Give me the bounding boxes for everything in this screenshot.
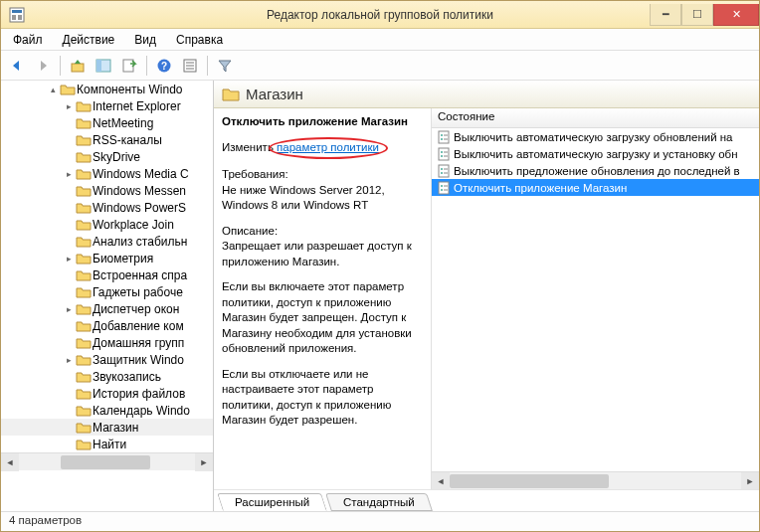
svg-rect-1 bbox=[12, 10, 22, 13]
tree-item[interactable]: ▸Windows Media C bbox=[1, 165, 213, 182]
folder-icon bbox=[75, 252, 93, 265]
tree-item-label: SkyDrive bbox=[93, 150, 140, 164]
svg-point-20 bbox=[441, 151, 443, 153]
tree-item[interactable]: RSS-каналы bbox=[1, 131, 213, 148]
list-rows[interactable]: Выключить автоматическую загрузку обновл… bbox=[432, 128, 759, 471]
back-button[interactable] bbox=[5, 54, 29, 78]
menu-file[interactable]: Файл bbox=[5, 31, 51, 49]
scroll-right-icon[interactable]: ► bbox=[741, 472, 759, 489]
tree-item-label: Internet Explorer bbox=[93, 99, 181, 113]
toolbar: ? bbox=[1, 51, 759, 81]
tree-item[interactable]: ▸Защитник Windo bbox=[1, 351, 213, 368]
scroll-thumb[interactable] bbox=[61, 455, 150, 469]
tree-item-label: RSS-каналы bbox=[93, 133, 162, 147]
svg-point-31 bbox=[441, 189, 443, 191]
expand-icon[interactable]: ▸ bbox=[63, 355, 75, 365]
forward-button[interactable] bbox=[31, 54, 55, 78]
svg-rect-24 bbox=[439, 165, 449, 177]
svg-rect-7 bbox=[123, 60, 133, 72]
tree-pane[interactable]: ▴ Компоненты Windo ▸Internet ExplorerNet… bbox=[1, 81, 214, 511]
tree-item-label: Windows PowerS bbox=[93, 201, 186, 215]
folder-icon bbox=[75, 302, 93, 315]
tree-item[interactable]: SkyDrive bbox=[1, 148, 213, 165]
folder-icon bbox=[75, 99, 93, 112]
tree-item[interactable]: Домашняя групп bbox=[1, 334, 213, 351]
folder-icon bbox=[75, 336, 93, 349]
menu-help[interactable]: Справка bbox=[168, 31, 231, 49]
folder-icon bbox=[75, 116, 93, 129]
list-hscrollbar[interactable]: ◄ ► bbox=[432, 471, 759, 489]
tree-item[interactable]: Windows PowerS bbox=[1, 199, 213, 216]
tree-item-label: Windows Messen bbox=[93, 184, 186, 198]
tree-hscrollbar[interactable]: ◄ ► bbox=[1, 452, 213, 470]
tree-item[interactable]: NetMeeting bbox=[1, 114, 213, 131]
show-hide-tree-button[interactable] bbox=[92, 54, 115, 78]
close-button[interactable]: ✕ bbox=[713, 4, 759, 26]
menu-action[interactable]: Действие bbox=[55, 31, 123, 49]
svg-rect-29 bbox=[439, 182, 449, 194]
folder-icon bbox=[75, 184, 93, 197]
list-row-label: Выключить автоматическую загрузку обновл… bbox=[454, 131, 733, 143]
folder-icon bbox=[75, 201, 93, 214]
tree-item[interactable]: Гаджеты рабоче bbox=[1, 283, 213, 300]
list-row[interactable]: Выключить автоматическую загрузку и уста… bbox=[432, 145, 759, 162]
list-row[interactable]: Выключить предложение обновления до посл… bbox=[432, 162, 759, 179]
svg-point-30 bbox=[441, 185, 443, 187]
tree-item[interactable]: Найти bbox=[1, 436, 213, 452]
folder-icon bbox=[75, 370, 93, 383]
tab-extended[interactable]: Расширенный bbox=[217, 493, 327, 511]
scroll-right-icon[interactable]: ► bbox=[195, 453, 213, 471]
tree-item[interactable]: Календарь Windo bbox=[1, 402, 213, 419]
menu-view[interactable]: Вид bbox=[126, 31, 164, 49]
app-icon bbox=[9, 7, 25, 23]
column-state[interactable]: Состояние bbox=[432, 108, 759, 128]
description-p1: Запрещает или разрешает доступ к приложе… bbox=[222, 239, 423, 269]
scroll-left-icon[interactable]: ◄ bbox=[432, 472, 450, 489]
list-row[interactable]: Выключить автоматическую загрузку обновл… bbox=[432, 128, 759, 145]
list-row[interactable]: Отключить приложение Магазин bbox=[432, 179, 759, 196]
tab-standard[interactable]: Стандартный bbox=[325, 493, 433, 511]
tree-item[interactable]: ▸Биометрия bbox=[1, 250, 213, 266]
scroll-left-icon[interactable]: ◄ bbox=[1, 453, 19, 471]
tree-item[interactable]: ▸Диспетчер окон bbox=[1, 300, 213, 317]
settings-list-pane: Состояние Выключить автоматическую загру… bbox=[431, 108, 759, 489]
maximize-button[interactable]: ☐ bbox=[681, 4, 713, 26]
export-button[interactable] bbox=[117, 54, 141, 78]
list-row-label: Выключить предложение обновления до посл… bbox=[454, 165, 740, 177]
menubar: Файл Действие Вид Справка bbox=[1, 29, 759, 51]
svg-point-26 bbox=[441, 172, 443, 174]
description-p2: Если вы включаете этот параметр политики… bbox=[222, 279, 423, 357]
scroll-thumb[interactable] bbox=[450, 474, 609, 488]
tree-item[interactable]: Анализ стабильн bbox=[1, 233, 213, 250]
expand-icon[interactable]: ▸ bbox=[63, 169, 75, 179]
svg-rect-14 bbox=[439, 131, 449, 143]
tree-item[interactable]: Workplace Join bbox=[1, 216, 213, 233]
tree-item[interactable]: ▸Internet Explorer bbox=[1, 97, 213, 114]
svg-rect-2 bbox=[12, 15, 16, 20]
up-button[interactable] bbox=[66, 54, 90, 78]
tree-item[interactable]: Звукозапись bbox=[1, 368, 213, 385]
folder-icon bbox=[75, 235, 93, 248]
tree-item[interactable]: История файлов bbox=[1, 385, 213, 402]
tree-item-label: NetMeeting bbox=[93, 116, 153, 130]
help-button[interactable]: ? bbox=[152, 54, 176, 78]
expand-icon[interactable]: ▸ bbox=[63, 304, 75, 314]
edit-policy-link[interactable]: параметр политики bbox=[277, 141, 379, 153]
tree-item[interactable]: Windows Messen bbox=[1, 182, 213, 199]
folder-icon bbox=[75, 268, 93, 281]
minimize-button[interactable]: ━ bbox=[650, 4, 681, 26]
filter-button[interactable] bbox=[213, 54, 237, 78]
expand-icon[interactable]: ▸ bbox=[63, 254, 75, 264]
tree-item[interactable]: Магазин bbox=[1, 419, 213, 436]
folder-icon bbox=[75, 421, 93, 434]
collapse-icon[interactable]: ▴ bbox=[47, 85, 59, 94]
expand-icon[interactable]: ▸ bbox=[63, 101, 75, 111]
tree-item[interactable]: Добавление ком bbox=[1, 317, 213, 334]
content-header: Магазин bbox=[214, 81, 759, 108]
tree-item[interactable]: Встроенная спра bbox=[1, 266, 213, 283]
description-p3: Если вы отключаете или не настраиваете э… bbox=[222, 367, 423, 429]
tree-item-label: Звукозапись bbox=[93, 370, 161, 384]
tree-root[interactable]: ▴ Компоненты Windo bbox=[1, 81, 213, 97]
folder-icon bbox=[75, 319, 93, 332]
properties-button[interactable] bbox=[178, 54, 202, 78]
